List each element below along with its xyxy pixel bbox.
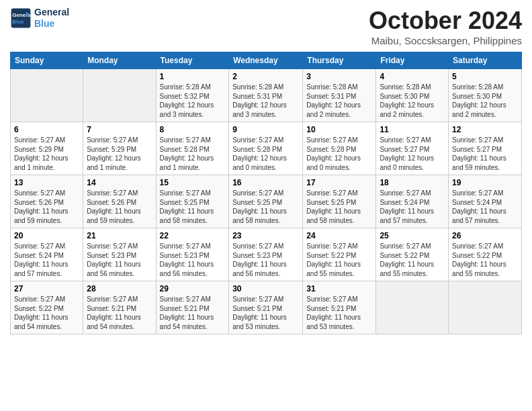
day-info: Sunrise: 5:27 AMSunset: 5:24 PMDaylight:…: [380, 189, 445, 225]
calendar-cell: 26Sunrise: 5:27 AMSunset: 5:22 PMDayligh…: [449, 228, 522, 281]
header-friday: Friday: [376, 52, 449, 69]
day-number: 18: [380, 178, 445, 187]
day-number: 14: [87, 178, 152, 187]
day-number: 31: [306, 284, 372, 293]
day-info: Sunrise: 5:27 AMSunset: 5:22 PMDaylight:…: [14, 295, 79, 331]
calendar-cell: 20Sunrise: 5:27 AMSunset: 5:24 PMDayligh…: [11, 228, 83, 281]
day-number: 16: [232, 178, 299, 187]
title-block: October 2024 Maibu, Soccsksargen, Philip…: [369, 7, 522, 46]
day-number: 8: [160, 125, 226, 134]
calendar-cell: [376, 281, 449, 334]
day-info: Sunrise: 5:27 AMSunset: 5:26 PMDaylight:…: [14, 189, 79, 225]
day-number: 11: [380, 125, 445, 134]
day-number: 2: [232, 72, 299, 81]
calendar-cell: 8Sunrise: 5:27 AMSunset: 5:28 PMDaylight…: [156, 122, 229, 175]
day-number: 12: [452, 125, 518, 134]
calendar-cell: 18Sunrise: 5:27 AMSunset: 5:24 PMDayligh…: [376, 175, 449, 228]
day-number: 7: [87, 125, 152, 134]
calendar-cell: 11Sunrise: 5:27 AMSunset: 5:27 PMDayligh…: [376, 122, 449, 175]
day-number: 1: [160, 72, 226, 81]
calendar-cell: 31Sunrise: 5:27 AMSunset: 5:21 PMDayligh…: [303, 281, 376, 334]
calendar-cell: 13Sunrise: 5:27 AMSunset: 5:26 PMDayligh…: [11, 175, 83, 228]
calendar-cell: 2Sunrise: 5:28 AMSunset: 5:31 PMDaylight…: [229, 69, 303, 122]
day-number: 19: [452, 178, 518, 187]
day-number: 10: [306, 125, 372, 134]
day-info: Sunrise: 5:28 AMSunset: 5:30 PMDaylight:…: [380, 83, 445, 119]
day-info: Sunrise: 5:27 AMSunset: 5:22 PMDaylight:…: [306, 242, 372, 278]
header-saturday: Saturday: [449, 52, 522, 69]
calendar-cell: 16Sunrise: 5:27 AMSunset: 5:25 PMDayligh…: [229, 175, 303, 228]
location: Maibu, Soccsksargen, Philippines: [369, 35, 522, 46]
calendar-cell: 5Sunrise: 5:28 AMSunset: 5:30 PMDaylight…: [449, 69, 522, 122]
calendar-cell: 14Sunrise: 5:27 AMSunset: 5:26 PMDayligh…: [83, 175, 156, 228]
calendar-cell: 23Sunrise: 5:27 AMSunset: 5:23 PMDayligh…: [229, 228, 303, 281]
calendar-cell: 19Sunrise: 5:27 AMSunset: 5:24 PMDayligh…: [449, 175, 522, 228]
calendar-cell: [449, 281, 522, 334]
day-number: 30: [232, 284, 299, 293]
day-info: Sunrise: 5:27 AMSunset: 5:25 PMDaylight:…: [306, 189, 372, 225]
calendar-cell: 25Sunrise: 5:27 AMSunset: 5:22 PMDayligh…: [376, 228, 449, 281]
header-sunday: Sunday: [11, 52, 83, 69]
header-thursday: Thursday: [303, 52, 376, 69]
calendar-cell: 21Sunrise: 5:27 AMSunset: 5:23 PMDayligh…: [83, 228, 156, 281]
calendar-cell: 9Sunrise: 5:27 AMSunset: 5:28 PMDaylight…: [229, 122, 303, 175]
page-header: General Blue General Blue October 2024 M…: [10, 7, 522, 46]
day-info: Sunrise: 5:27 AMSunset: 5:22 PMDaylight:…: [380, 242, 445, 278]
day-number: 13: [14, 178, 79, 187]
day-info: Sunrise: 5:27 AMSunset: 5:29 PMDaylight:…: [87, 136, 152, 172]
day-info: Sunrise: 5:27 AMSunset: 5:21 PMDaylight:…: [160, 295, 226, 331]
day-info: Sunrise: 5:27 AMSunset: 5:25 PMDaylight:…: [232, 189, 299, 225]
calendar-cell: 30Sunrise: 5:27 AMSunset: 5:21 PMDayligh…: [229, 281, 303, 334]
day-number: 27: [14, 284, 79, 293]
day-number: 20: [14, 231, 79, 240]
calendar-cell: 29Sunrise: 5:27 AMSunset: 5:21 PMDayligh…: [156, 281, 229, 334]
calendar-cell: 28Sunrise: 5:27 AMSunset: 5:21 PMDayligh…: [83, 281, 156, 334]
day-info: Sunrise: 5:27 AMSunset: 5:26 PMDaylight:…: [87, 189, 152, 225]
calendar-cell: 4Sunrise: 5:28 AMSunset: 5:30 PMDaylight…: [376, 69, 449, 122]
day-info: Sunrise: 5:27 AMSunset: 5:29 PMDaylight:…: [14, 136, 79, 172]
calendar-cell: 17Sunrise: 5:27 AMSunset: 5:25 PMDayligh…: [303, 175, 376, 228]
day-number: 21: [87, 231, 152, 240]
day-number: 9: [232, 125, 299, 134]
header-monday: Monday: [83, 52, 156, 69]
day-info: Sunrise: 5:28 AMSunset: 5:30 PMDaylight:…: [452, 83, 518, 119]
day-number: 3: [306, 72, 372, 81]
calendar-cell: 10Sunrise: 5:27 AMSunset: 5:28 PMDayligh…: [303, 122, 376, 175]
calendar-cell: [11, 69, 83, 122]
day-number: 23: [232, 231, 299, 240]
day-number: 22: [160, 231, 226, 240]
calendar: SundayMondayTuesdayWednesdayThursdayFrid…: [10, 52, 522, 334]
day-info: Sunrise: 5:27 AMSunset: 5:23 PMDaylight:…: [232, 242, 299, 278]
day-info: Sunrise: 5:27 AMSunset: 5:28 PMDaylight:…: [232, 136, 299, 172]
day-info: Sunrise: 5:27 AMSunset: 5:27 PMDaylight:…: [452, 136, 518, 172]
day-info: Sunrise: 5:27 AMSunset: 5:28 PMDaylight:…: [160, 136, 226, 172]
day-info: Sunrise: 5:27 AMSunset: 5:24 PMDaylight:…: [14, 242, 79, 278]
week-row-1: 1Sunrise: 5:28 AMSunset: 5:32 PMDaylight…: [11, 69, 522, 122]
svg-text:Blue: Blue: [12, 19, 24, 25]
calendar-header-row: SundayMondayTuesdayWednesdayThursdayFrid…: [11, 52, 522, 69]
day-info: Sunrise: 5:27 AMSunset: 5:27 PMDaylight:…: [380, 136, 445, 172]
day-number: 4: [380, 72, 445, 81]
day-info: Sunrise: 5:27 AMSunset: 5:22 PMDaylight:…: [452, 242, 518, 278]
day-number: 28: [87, 284, 152, 293]
day-info: Sunrise: 5:27 AMSunset: 5:28 PMDaylight:…: [306, 136, 372, 172]
week-row-2: 6Sunrise: 5:27 AMSunset: 5:29 PMDaylight…: [11, 122, 522, 175]
calendar-cell: 12Sunrise: 5:27 AMSunset: 5:27 PMDayligh…: [449, 122, 522, 175]
calendar-cell: 22Sunrise: 5:27 AMSunset: 5:23 PMDayligh…: [156, 228, 229, 281]
day-info: Sunrise: 5:27 AMSunset: 5:23 PMDaylight:…: [160, 242, 226, 278]
day-number: 17: [306, 178, 372, 187]
day-number: 26: [452, 231, 518, 240]
day-info: Sunrise: 5:28 AMSunset: 5:31 PMDaylight:…: [306, 83, 372, 119]
calendar-cell: 7Sunrise: 5:27 AMSunset: 5:29 PMDaylight…: [83, 122, 156, 175]
week-row-5: 27Sunrise: 5:27 AMSunset: 5:22 PMDayligh…: [11, 281, 522, 334]
day-number: 25: [380, 231, 445, 240]
calendar-cell: 1Sunrise: 5:28 AMSunset: 5:32 PMDaylight…: [156, 69, 229, 122]
day-number: 5: [452, 72, 518, 81]
calendar-cell: 24Sunrise: 5:27 AMSunset: 5:22 PMDayligh…: [303, 228, 376, 281]
logo-text: General Blue: [34, 7, 69, 30]
day-info: Sunrise: 5:27 AMSunset: 5:25 PMDaylight:…: [160, 189, 226, 225]
day-info: Sunrise: 5:27 AMSunset: 5:21 PMDaylight:…: [306, 295, 372, 331]
calendar-cell: 6Sunrise: 5:27 AMSunset: 5:29 PMDaylight…: [11, 122, 83, 175]
day-info: Sunrise: 5:28 AMSunset: 5:32 PMDaylight:…: [160, 83, 226, 119]
day-info: Sunrise: 5:27 AMSunset: 5:21 PMDaylight:…: [232, 295, 299, 331]
